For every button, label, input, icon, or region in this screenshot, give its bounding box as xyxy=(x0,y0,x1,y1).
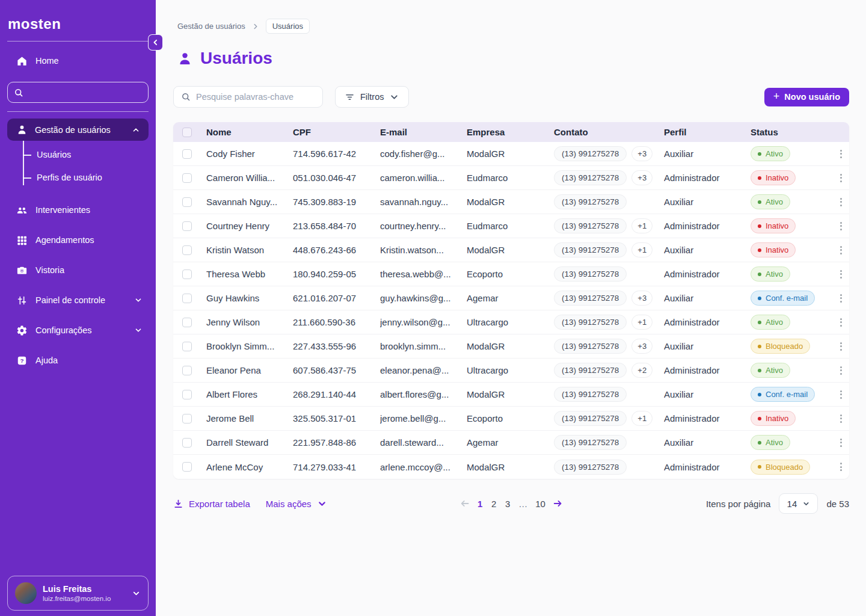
row-actions-kebab-icon[interactable] xyxy=(832,174,849,182)
sidebar-item-agendamentos[interactable]: Agendamentos xyxy=(0,225,156,255)
row-actions-kebab-icon[interactable] xyxy=(832,294,849,303)
row-actions-kebab-icon[interactable] xyxy=(832,246,849,254)
sidebar-item-ajuda[interactable]: ? Ajuda xyxy=(0,345,156,375)
row-checkbox[interactable] xyxy=(182,294,192,303)
extra-contacts-chip[interactable]: +3 xyxy=(631,170,653,185)
row-actions-kebab-icon[interactable] xyxy=(832,439,849,447)
row-checkbox[interactable] xyxy=(182,390,192,399)
sidebar-search[interactable] xyxy=(7,82,149,103)
cell-email: jenny.wilson@g... xyxy=(380,317,467,327)
export-table-button[interactable]: Exportar tabela xyxy=(173,499,250,509)
table-row: Albert Flores 268.291.140-44 albert.flor… xyxy=(173,383,849,407)
extra-contacts-chip[interactable]: +1 xyxy=(631,411,653,426)
row-checkbox[interactable] xyxy=(182,414,192,424)
pagination-next-icon[interactable] xyxy=(552,498,563,509)
sidebar-item-label: Ajuda xyxy=(35,356,58,365)
extra-contacts-chip[interactable]: +2 xyxy=(631,363,653,378)
row-actions-kebab-icon[interactable] xyxy=(832,463,849,471)
table-footer: Exportar tabela Mais ações 123…10 Itens … xyxy=(173,493,849,514)
row-checkbox[interactable] xyxy=(182,149,192,159)
row-checkbox[interactable] xyxy=(182,245,192,255)
pagination-page-10[interactable]: 10 xyxy=(534,499,547,509)
filters-button[interactable]: Filtros xyxy=(335,86,409,108)
sidebar-search-input[interactable] xyxy=(28,88,142,97)
cell-email: guy.hawkins@g... xyxy=(380,293,467,303)
column-header-perfil: Perfil xyxy=(664,127,751,137)
row-checkbox[interactable] xyxy=(182,366,192,375)
extra-contacts-chip[interactable]: +1 xyxy=(631,218,653,233)
sidebar-item-vistoria[interactable]: Vistoria xyxy=(0,255,156,285)
row-checkbox[interactable] xyxy=(182,318,192,327)
breadcrumb: Gestão de usuários Usuários xyxy=(177,19,849,34)
user-profile-card[interactable]: Luis Freitas luiz.freitas@mosten.io xyxy=(7,576,149,611)
pagination-page-3[interactable]: 3 xyxy=(503,499,512,509)
filters-label: Filtros xyxy=(360,92,384,102)
extra-contacts-chip[interactable]: +1 xyxy=(631,315,653,330)
table-row: Guy Hawkins 621.016.207-07 guy.hawkins@g… xyxy=(173,286,849,310)
status-dot-icon xyxy=(758,248,761,252)
new-user-label: Novo usuário xyxy=(784,92,840,102)
pagination-page-1[interactable]: 1 xyxy=(476,499,484,509)
pagination-page-2[interactable]: 2 xyxy=(490,499,498,509)
chevron-down-icon xyxy=(132,589,141,598)
sidebar-item-intervenientes[interactable]: Intervenientes xyxy=(0,195,156,225)
row-actions-kebab-icon[interactable] xyxy=(832,198,849,206)
sidebar-item-perfis-de-usuario[interactable]: Perfis de usuário xyxy=(23,166,156,189)
row-actions-kebab-icon[interactable] xyxy=(832,414,849,423)
status-dot-icon xyxy=(758,273,761,276)
grid-icon xyxy=(16,234,28,246)
items-per-page-select[interactable]: 14 xyxy=(779,493,818,514)
row-checkbox[interactable] xyxy=(182,342,192,351)
more-actions-button[interactable]: Mais ações xyxy=(266,499,327,509)
people-icon xyxy=(16,204,28,216)
sidebar-collapse-button[interactable] xyxy=(148,34,163,51)
breadcrumb-link-gestao[interactable]: Gestão de usuários xyxy=(177,22,245,31)
cell-name: Darrell Steward xyxy=(206,437,293,448)
search-icon xyxy=(181,92,191,102)
row-checkbox[interactable] xyxy=(182,270,192,279)
extra-contacts-chip[interactable]: +3 xyxy=(631,339,653,354)
pagination-prev-icon[interactable] xyxy=(459,498,470,509)
row-checkbox[interactable] xyxy=(182,438,192,448)
column-header-cpf: CPF xyxy=(293,127,380,137)
row-checkbox[interactable] xyxy=(182,462,192,472)
table-row: Courtney Henry 213.658.484-70 courtney.h… xyxy=(173,214,849,238)
new-user-button[interactable]: + Novo usuário xyxy=(764,88,849,106)
chevron-down-icon xyxy=(389,92,399,102)
row-actions-kebab-icon[interactable] xyxy=(832,366,849,375)
row-actions-kebab-icon[interactable] xyxy=(832,342,849,351)
row-actions-kebab-icon[interactable] xyxy=(832,390,849,399)
phone-chip: (13) 991275278 xyxy=(554,266,627,282)
row-actions-kebab-icon[interactable] xyxy=(832,222,849,230)
sidebar-item-configuracoes[interactable]: Configurações xyxy=(0,315,156,345)
cell-company: Ultracargo xyxy=(467,317,554,327)
sidebar-item-painel-de-controle[interactable]: Painel de controle xyxy=(0,285,156,315)
export-table-label: Exportar tabela xyxy=(189,499,250,509)
search-input[interactable] xyxy=(196,92,315,102)
row-checkbox[interactable] xyxy=(182,197,192,207)
extra-contacts-chip[interactable]: +3 xyxy=(631,291,653,306)
row-actions-kebab-icon[interactable] xyxy=(832,318,849,327)
cell-contact: (13) 991275278 xyxy=(554,194,664,209)
sidebar-item-user-management[interactable]: Gestão de usuários xyxy=(7,119,149,141)
row-actions-kebab-icon[interactable] xyxy=(832,150,849,158)
pagination: 123…10 xyxy=(459,498,563,509)
select-all-checkbox[interactable] xyxy=(182,128,192,137)
row-checkbox[interactable] xyxy=(182,173,192,183)
table-body: Cody Fisher 714.596.617-42 cody.fisher@g… xyxy=(173,142,849,479)
cell-name: Cody Fisher xyxy=(206,149,293,159)
status-badge: Inativo xyxy=(751,170,796,185)
extra-contacts-chip[interactable]: +3 xyxy=(631,146,653,161)
search-field[interactable] xyxy=(173,86,323,108)
sidebar-item-label: Intervenientes xyxy=(35,205,90,215)
status-dot-icon xyxy=(758,465,761,469)
row-checkbox[interactable] xyxy=(182,221,192,231)
sidebar-item-home[interactable]: Home xyxy=(0,49,156,72)
sidebar-item-usuarios[interactable]: Usuários xyxy=(23,143,156,166)
status-badge: Ativo xyxy=(751,146,790,161)
row-actions-kebab-icon[interactable] xyxy=(832,270,849,279)
cell-profile: Auxiliar xyxy=(664,389,751,399)
extra-contacts-chip[interactable]: +1 xyxy=(631,242,653,257)
status-dot-icon xyxy=(758,393,761,396)
cell-contact: (13) 991275278 +1 xyxy=(554,411,664,426)
